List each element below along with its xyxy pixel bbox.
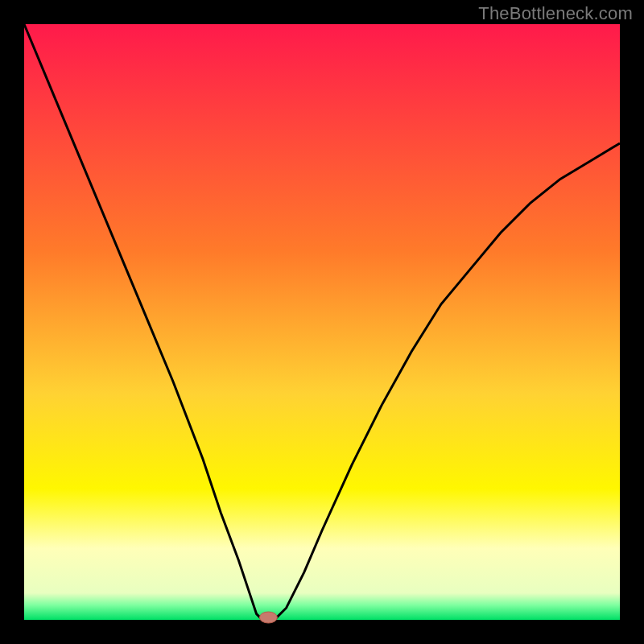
bottleneck-chart <box>0 0 644 644</box>
optimal-point-marker <box>259 612 277 623</box>
chart-frame: { "watermark": "TheBottleneck.com", "col… <box>0 0 644 644</box>
watermark-label: TheBottleneck.com <box>478 3 633 24</box>
